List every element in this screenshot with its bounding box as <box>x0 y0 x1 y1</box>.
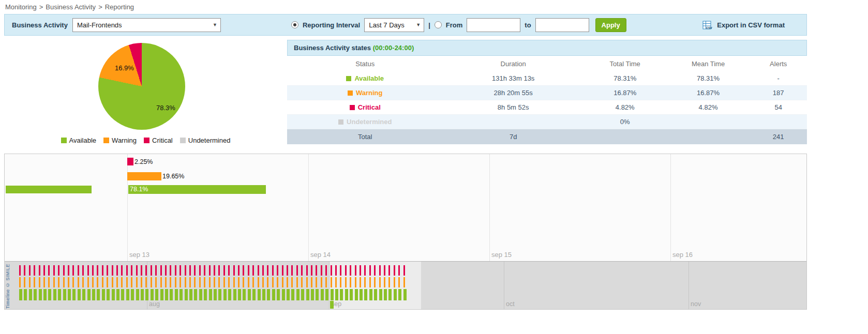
col-status: Status <box>287 56 443 71</box>
chevron-down-icon: ▼ <box>416 22 421 27</box>
breadcrumb: Monitoring>Business Activity>Reporting <box>0 0 868 14</box>
pie-data-label: 16.9% <box>115 64 134 72</box>
status-label: Warning <box>356 89 383 97</box>
mean-time-cell: 4.82% <box>667 100 750 115</box>
custom-range-radio[interactable] <box>435 21 442 28</box>
business-activity-group: Business Activity Mail-Frontends ▼ <box>12 18 221 32</box>
month-label: aug <box>149 300 160 308</box>
duration-cell <box>443 115 583 129</box>
col-duration: Duration <box>443 56 583 71</box>
pie-legend: AvailableWarningCriticalUndetermined <box>4 136 287 144</box>
timeline-bar-available <box>128 185 266 194</box>
svg-text:csv: csv <box>706 26 712 29</box>
timeline-bar-label: 19.65% <box>162 173 184 180</box>
timeline-bar-label: 2.25% <box>134 158 153 166</box>
breadcrumb-business-activity[interactable]: Business Activity <box>46 3 96 11</box>
status-cell: Available <box>287 71 443 86</box>
states-total-row: Total7d241 <box>287 129 807 145</box>
month-label: oct <box>506 300 515 308</box>
alerts-cell: 54 <box>750 100 807 115</box>
day-label: sep 16 <box>672 251 693 259</box>
timeline-widget: sep 13sep 14sep 15sep 162.25%19.65%78.1%… <box>4 154 807 310</box>
timeline-bar-warning <box>127 172 161 180</box>
timeline-main-band[interactable]: sep 13sep 14sep 15sep 162.25%19.65%78.1% <box>5 154 806 261</box>
legend-label: Undetermined <box>188 136 231 144</box>
total-time-cell: 4.82% <box>583 100 667 115</box>
legend-item-warning: Warning <box>103 136 137 144</box>
breadcrumb-monitoring[interactable]: Monitoring <box>5 3 37 11</box>
breadcrumb-separator: > <box>39 3 43 11</box>
legend-item-available: Available <box>61 136 97 144</box>
legend-item-undetermined: Undetermined <box>180 136 231 144</box>
overview-ticks-warning <box>19 277 407 287</box>
availability-pie-panel: AvailableWarningCriticalUndetermined 78.… <box>4 40 287 151</box>
export-csv-link[interactable]: csv Export in CSV format <box>702 21 785 29</box>
total-time-cell: 78.31% <box>583 71 667 86</box>
from-date-input[interactable] <box>467 18 520 32</box>
day-gridline <box>127 154 128 261</box>
status-swatch <box>350 105 355 110</box>
states-row-undetermined: Undetermined0% <box>287 115 807 129</box>
timeline-overview-band[interactable]: Timeline © SIMILE augsepoctnov <box>5 261 806 309</box>
states-table: Status Duration Total Time Mean Time Ale… <box>287 56 807 144</box>
day-label: sep 14 <box>310 251 331 259</box>
export-csv-label: Export in CSV format <box>717 21 785 29</box>
legend-swatch <box>103 138 109 143</box>
alerts-cell: - <box>750 71 807 86</box>
mean-time-cell <box>667 115 750 129</box>
breadcrumb-reporting[interactable]: Reporting <box>105 3 134 11</box>
states-row-available: Available131h 33m 13s78.31%78.31%- <box>287 71 807 86</box>
legend-item-critical: Critical <box>144 136 173 144</box>
report-content: AvailableWarningCriticalUndetermined 78.… <box>4 40 807 151</box>
timeline-bar-available-previous-window <box>6 186 92 193</box>
now-marker <box>330 301 334 309</box>
status-label: Undetermined <box>347 118 392 126</box>
total-total-time-cell <box>583 129 667 145</box>
day-gridline <box>489 154 490 261</box>
col-mean-time: Mean Time <box>667 56 750 71</box>
states-time-window: (00:00-24:00) <box>373 44 414 52</box>
total-label-cell: Total <box>287 129 443 145</box>
states-header-row: Status Duration Total Time Mean Time Ale… <box>287 56 807 71</box>
legend-label: Available <box>69 136 97 144</box>
alerts-cell: 187 <box>750 86 807 100</box>
reporting-interval-select[interactable]: Last 7 Days ▼ <box>364 18 424 32</box>
alerts-cell <box>750 115 807 129</box>
status-cell: Warning <box>287 86 443 100</box>
filter-toolbar: Business Activity Mail-Frontends ▼ Repor… <box>4 14 807 36</box>
business-activity-selected-value: Mail-Frontends <box>77 21 122 29</box>
to-date-input[interactable] <box>535 18 589 32</box>
states-row-critical: Critical8h 5m 52s4.82%4.82%54 <box>287 100 807 115</box>
mean-time-cell: 16.87% <box>667 86 750 100</box>
reporting-interval-selected-value: Last 7 Days <box>369 21 405 29</box>
total-duration-cell: 7d <box>443 129 583 145</box>
legend-swatch <box>144 138 149 143</box>
legend-label: Warning <box>112 136 137 144</box>
status-swatch <box>338 119 343 125</box>
states-row-warning: Warning28h 20m 55s16.87%16.87%187 <box>287 86 807 100</box>
states-panel-title: Business Activity states <box>294 44 371 52</box>
availability-pie-chart <box>98 43 185 130</box>
business-activity-select[interactable]: Mail-Frontends ▼ <box>72 18 221 32</box>
duration-cell: 8h 5m 52s <box>443 100 583 115</box>
total-time-cell: 16.87% <box>583 86 667 100</box>
legend-swatch <box>180 138 186 143</box>
day-label: sep 15 <box>491 251 512 259</box>
overview-ticks-available <box>19 289 407 300</box>
status-label: Available <box>354 74 384 82</box>
month-gridline <box>689 262 689 309</box>
states-panel: Business Activity states (00:00-24:00) S… <box>287 40 807 151</box>
legend-label: Critical <box>152 136 173 144</box>
timeline-credit-link[interactable]: Timeline © SIMILE <box>5 263 10 309</box>
legend-swatch <box>61 138 67 143</box>
apply-button[interactable]: Apply <box>595 18 626 32</box>
chevron-down-icon: ▼ <box>213 22 217 27</box>
to-label: to <box>525 21 531 29</box>
duration-cell: 28h 20m 55s <box>443 86 583 100</box>
day-gridline <box>670 154 671 261</box>
reporting-interval-radio[interactable] <box>291 21 298 28</box>
col-total-time: Total Time <box>583 56 667 71</box>
col-alerts: Alerts <box>750 56 807 71</box>
total-time-cell: 0% <box>583 115 667 129</box>
status-cell: Undetermined <box>287 115 443 129</box>
